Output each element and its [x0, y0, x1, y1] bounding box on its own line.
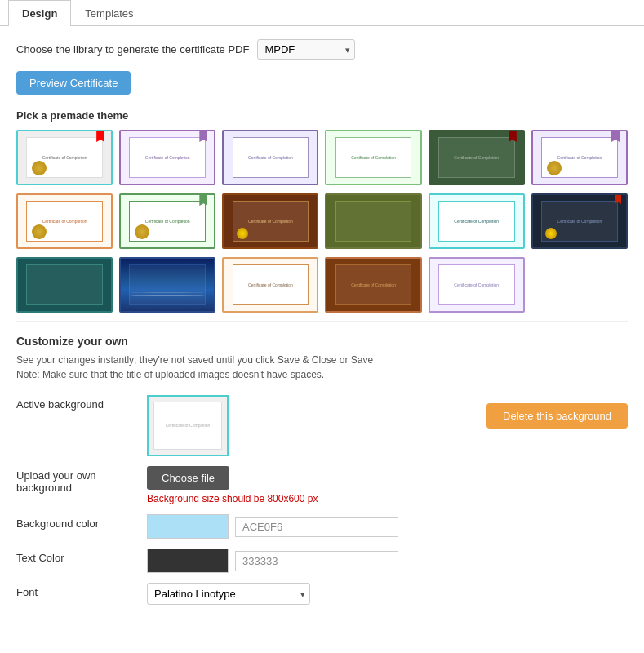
active-background-label: Active background	[16, 395, 147, 411]
text-color-row: Text Color	[16, 549, 628, 573]
theme-item-15[interactable]: Certificate of Completion	[222, 257, 318, 313]
delete-background-button[interactable]: Delete this background	[486, 403, 628, 429]
font-select[interactable]: Palatino Linotype Arial Times New Roman …	[147, 583, 310, 605]
choose-file-button[interactable]: Choose file	[147, 466, 229, 490]
theme-grid-row3: Certificate of Completion Certificate of…	[16, 257, 628, 313]
customize-title: Customize your own	[16, 335, 628, 348]
theme-item-13[interactable]	[16, 257, 113, 313]
theme-item-5[interactable]: Certificate of Completion	[429, 130, 525, 185]
theme-item-6[interactable]: Certificate of Completion	[531, 130, 628, 185]
upload-row: Upload your own background Choose file B…	[16, 466, 628, 504]
theme-item-8[interactable]: Certificate of Completion	[119, 193, 215, 249]
theme-section-title: Pick a premade theme	[16, 109, 628, 122]
active-bg-field: Active background Certificate of Complet…	[16, 395, 229, 456]
upload-field: Choose file Background size should be 80…	[147, 466, 318, 504]
theme-item-14[interactable]	[119, 257, 215, 313]
theme-item-11[interactable]: Certificate of Completion	[429, 193, 525, 249]
theme-item-3[interactable]: Certificate of Completion	[222, 130, 318, 185]
font-select-wrapper[interactable]: Palatino Linotype Arial Times New Roman …	[147, 583, 310, 605]
theme-grid-row2: Certificate of Completion Certificate of…	[16, 193, 628, 249]
bg-color-input[interactable]	[235, 517, 398, 537]
text-color-label: Text Color	[16, 549, 147, 564]
theme-item-16[interactable]: Certificate of Completion	[325, 257, 421, 313]
library-row: Choose the library to generate the certi…	[16, 39, 628, 60]
text-color-swatch[interactable]	[147, 549, 229, 573]
theme-item-4[interactable]: Certificate of Completion	[325, 130, 421, 185]
theme-item-9[interactable]: Certificate of Completion	[222, 193, 318, 249]
text-color-input[interactable]	[235, 551, 398, 571]
theme-grid-row1: Certificate of Completion Certificate of…	[16, 130, 628, 185]
tab-templates[interactable]: Templates	[71, 0, 147, 26]
bg-color-row: Background color	[16, 514, 628, 539]
active-background-row: Active background Certificate of Complet…	[16, 395, 628, 456]
font-row: Font Palatino Linotype Arial Times New R…	[16, 583, 628, 605]
preview-certificate-button[interactable]: Preview Certificate	[16, 71, 131, 95]
tab-bar: Design Templates	[0, 0, 644, 26]
bg-color-field	[147, 514, 398, 539]
theme-item-10[interactable]	[325, 193, 421, 249]
main-content: Choose the library to generate the certi…	[0, 39, 644, 631]
theme-item-7[interactable]: Certificate of Completion	[16, 193, 113, 249]
active-background-thumbnail: Certificate of Completion	[147, 395, 229, 456]
customize-section: Customize your own See your changes inst…	[16, 321, 628, 605]
theme-item-12[interactable]: Certificate of Completion	[531, 193, 628, 249]
library-select[interactable]: MPDF TCPDF DOMPDF	[257, 39, 355, 60]
font-label: Font	[16, 583, 147, 598]
bg-size-note: Background size should be 800x600 px	[147, 493, 318, 504]
tab-design[interactable]: Design	[8, 0, 71, 26]
customize-note: See your changes instantly; they're not …	[16, 353, 628, 382]
bg-color-label: Background color	[16, 514, 147, 530]
library-select-wrapper[interactable]: MPDF TCPDF DOMPDF	[257, 39, 355, 60]
text-color-field	[147, 549, 398, 573]
library-label: Choose the library to generate the certi…	[16, 43, 249, 56]
upload-label: Upload your own background	[16, 466, 147, 494]
theme-item-2[interactable]: Certificate of Completion	[119, 130, 215, 185]
bg-color-swatch[interactable]	[147, 514, 229, 539]
theme-item-17[interactable]: Certificate of Completion	[429, 257, 525, 313]
theme-item-1[interactable]: Certificate of Completion	[16, 130, 113, 185]
